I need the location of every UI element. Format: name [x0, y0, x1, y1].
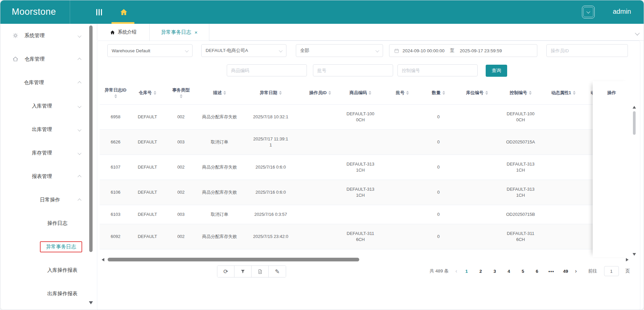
sidebar-item[interactable]: 库内操作报表	[0, 305, 97, 310]
lot-input[interactable]	[313, 64, 393, 76]
table-row[interactable]: 6107DEFAULT002商品分配库存失败2025/7/16 0:6:0DEF…	[100, 155, 620, 180]
sidebar-item[interactable]: 出库操作报表	[0, 282, 97, 305]
sort-caret-icon[interactable]	[442, 91, 445, 95]
vertical-scrollbar[interactable]	[632, 105, 637, 257]
scroll-up-icon[interactable]	[633, 106, 636, 109]
export-excel-button[interactable]	[252, 266, 269, 277]
owner-select[interactable]: DEFAULT-电商公司A	[201, 44, 286, 57]
next-page-icon[interactable]: ›	[575, 268, 577, 274]
sidebar-item[interactable]: 出库管理	[0, 118, 97, 141]
column-header-operation: 操作	[593, 81, 631, 105]
scroll-left-icon[interactable]	[102, 258, 104, 261]
column-header[interactable]: 批号	[381, 90, 423, 96]
page-number[interactable]: 4	[506, 269, 512, 274]
table-row[interactable]: 6091DEFAULT002商品分配库存失败2025/7/15 23:42:0D…	[100, 249, 620, 257]
tab-exception-log[interactable]: 异常事务日志 ×	[150, 24, 209, 41]
column-header[interactable]: 仓库号	[131, 90, 163, 96]
filter-button[interactable]	[234, 266, 252, 277]
page-number[interactable]: 49	[563, 269, 568, 274]
username[interactable]: admin	[613, 8, 631, 15]
sort-caret-icon[interactable]	[573, 91, 576, 95]
sidebar-item[interactable]: 日常操作	[0, 188, 97, 211]
column-header[interactable]: 控制编号	[500, 90, 541, 96]
column-header[interactable]: 库位编号	[453, 90, 500, 96]
table-cell: DEFAULT-313 1CH	[500, 180, 541, 205]
scroll-down-icon[interactable]	[633, 253, 636, 256]
page-number[interactable]: 5	[520, 269, 526, 274]
table-cell: 0	[423, 183, 453, 202]
sidebar-scroll-down-icon[interactable]	[89, 301, 93, 304]
column-header[interactable]: 事务类型	[163, 87, 199, 98]
horizontal-scroll-thumb[interactable]	[108, 258, 359, 261]
collapse-sidebar-icon[interactable]	[96, 9, 102, 15]
user-dropdown-button[interactable]	[582, 6, 595, 18]
sidebar-item[interactable]: 仓库管理	[0, 47, 97, 71]
prev-page-icon[interactable]: ‹	[455, 268, 457, 274]
sort-caret-icon[interactable]	[114, 94, 117, 98]
column-header[interactable]: 商品编码	[339, 90, 381, 96]
operator-id-input[interactable]	[546, 44, 628, 57]
column-label: 数量	[432, 90, 441, 96]
column-header[interactable]: 异常日志ID	[100, 87, 131, 98]
table-row[interactable]: 6958DEFAULT002商品分配库存失败2025/7/18 10:32:1D…	[100, 105, 620, 130]
search-button[interactable]: 查询	[486, 65, 507, 77]
page-number[interactable]: 2	[478, 269, 483, 274]
column-header[interactable]: 操作员ID	[301, 90, 339, 96]
tab-system-intro[interactable]: 系统介绍	[97, 24, 150, 41]
sidebar-item[interactable]: 系统管理	[0, 24, 97, 47]
table-cell: DEFAULT-311 6CH	[500, 249, 541, 257]
table-cell	[381, 208, 423, 221]
sort-caret-icon[interactable]	[180, 94, 182, 98]
column-header[interactable]: 动态属性1	[541, 90, 586, 96]
table-cell: DEFAULT-311 6CH	[339, 249, 381, 257]
sidebar-item[interactable]: 入库管理	[0, 94, 97, 118]
sort-caret-icon[interactable]	[485, 91, 488, 95]
page-number[interactable]: 6	[534, 269, 540, 274]
warehouse-select[interactable]: Warehouse Default	[107, 44, 193, 57]
column-header[interactable]: 描述	[199, 90, 240, 96]
type-select[interactable]: 全部	[296, 44, 383, 57]
table-cell: DEFAULT-311 6CH	[339, 224, 381, 249]
table-row[interactable]: 6103DEFAULT003取消订单2025/7/16 0:3:570OD202…	[100, 205, 620, 224]
house-icon	[12, 56, 18, 62]
sort-caret-icon[interactable]	[223, 91, 226, 95]
column-header[interactable]: 数量	[423, 90, 453, 96]
table-cell: 002	[163, 252, 199, 257]
home-icon[interactable]	[120, 8, 128, 16]
sidebar-item[interactable]: 报表管理	[0, 165, 97, 188]
table-row[interactable]: 6092DEFAULT002商品分配库存失败2025/7/15 23:42:0D…	[100, 224, 620, 249]
sidebar-item[interactable]: 入库操作报表	[0, 258, 97, 282]
sidebar-item[interactable]: 操作日志	[0, 211, 97, 235]
control-number-input[interactable]	[397, 64, 478, 76]
vertical-scroll-thumb[interactable]	[633, 111, 636, 135]
goto-page-input[interactable]	[604, 266, 619, 276]
sort-caret-icon[interactable]	[328, 91, 331, 95]
horizontal-scrollbar[interactable]	[100, 257, 631, 262]
sort-caret-icon[interactable]	[369, 91, 371, 95]
edit-button[interactable]: ✎	[269, 266, 286, 277]
sku-input[interactable]	[227, 64, 307, 76]
sort-caret-icon[interactable]	[529, 91, 532, 95]
sidebar-item[interactable]: 仓库管理	[0, 71, 97, 94]
sort-caret-icon[interactable]	[406, 91, 409, 95]
page-number[interactable]: 1	[464, 269, 469, 274]
sort-caret-icon[interactable]	[279, 91, 282, 95]
sidebar-menu: 系统管理仓库管理仓库管理入库管理出库管理库存管理报表管理日常操作操作日志异常事务…	[0, 24, 97, 310]
sort-caret-icon[interactable]	[154, 91, 156, 95]
date-range-picker[interactable]: 2024-09-10 00:00:00 至 2025-09-17 23:59:5…	[389, 44, 537, 57]
close-tab-icon[interactable]: ×	[195, 29, 198, 35]
tab-overflow-button[interactable]	[636, 30, 639, 37]
table-cell: 2025/7/15 23:42:0	[240, 227, 301, 246]
sidebar-item[interactable]: 库存管理	[0, 141, 97, 165]
sidebar-scrollbar[interactable]	[89, 25, 93, 252]
scroll-right-icon[interactable]	[626, 258, 629, 261]
page-number[interactable]: 3	[492, 269, 497, 274]
table-cell: 商品分配库存失败	[199, 158, 240, 177]
column-header[interactable]: 异常日期	[240, 90, 301, 96]
table-row[interactable]: 6106DEFAULT002商品分配库存失败2025/7/16 0:6:0DEF…	[100, 180, 620, 205]
edit-icon: ✎	[275, 269, 279, 274]
sidebar-item[interactable]: 异常事务日志	[0, 235, 97, 258]
table-row[interactable]: 6626DEFAULT003取消订单2025/7/17 11:39:1 10OD…	[100, 130, 620, 155]
refresh-button[interactable]: ⟳	[217, 266, 234, 277]
app-window: Moorstone admin 系统管理仓库管理仓库管理入库管理出库管理库存管理…	[0, 0, 644, 310]
